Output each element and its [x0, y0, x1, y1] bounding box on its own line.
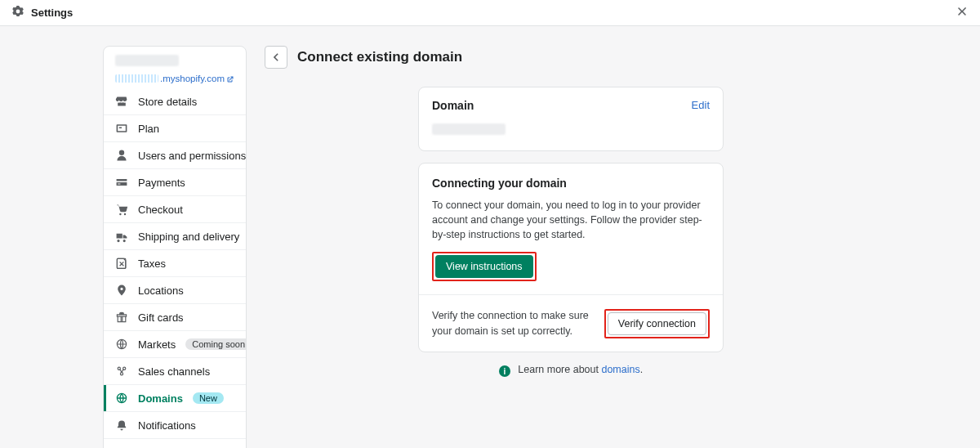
sidebar-item-gift-cards[interactable]: Gift cards [104, 303, 246, 330]
sidebar-item-domains[interactable]: DomainsNew [104, 384, 246, 411]
notifications-icon [115, 419, 128, 432]
sidebar-item-label: Gift cards [138, 311, 184, 324]
sidebar-item-checkout[interactable]: Checkout [104, 195, 246, 222]
users-icon [115, 149, 128, 162]
sidebar-item-label: Locations [138, 284, 184, 297]
sidebar-item-label: Notifications [138, 419, 196, 432]
external-link-icon [226, 74, 234, 83]
sidebar-item-store-details[interactable]: Store details [104, 88, 246, 114]
settings-sidebar: .myshopify.com Store detailsPlanUsers an… [103, 46, 247, 448]
domain-value-redacted [432, 123, 506, 135]
connecting-body: To connect your domain, you need to log … [432, 198, 710, 242]
sidebar-item-label: Users and permissions [138, 150, 246, 162]
domains-icon [115, 392, 128, 405]
learn-prefix: Learn more about [518, 364, 601, 375]
connecting-card: Connecting your domain To connect your d… [418, 163, 724, 352]
back-button[interactable] [265, 46, 287, 69]
store-name-redacted [115, 55, 179, 66]
sidebar-item-label: Store details [138, 96, 197, 108]
sidebar-item-label: Shipping and delivery [138, 231, 239, 243]
connecting-title: Connecting your domain [432, 177, 710, 190]
sidebar-item-label: Domains [138, 392, 183, 405]
domain-card: Domain Edit [418, 87, 724, 151]
domain-card-title: Domain [432, 99, 474, 112]
sidebar-store-header: .myshopify.com [104, 47, 246, 88]
info-icon: i [499, 365, 510, 377]
learn-suffix: . [640, 364, 643, 375]
gear-icon [11, 5, 24, 20]
sidebar-item-users[interactable]: Users and permissions [104, 141, 246, 168]
content: Connect existing domain Domain Edit [265, 46, 877, 377]
learn-domains-link[interactable]: domains [601, 364, 639, 375]
sidebar-item-locations[interactable]: Locations [104, 276, 246, 303]
highlight-view-instructions: View instructions [432, 252, 537, 281]
sidebar-item-label: Payments [138, 177, 185, 189]
verify-connection-button[interactable]: Verify connection [608, 312, 706, 335]
close-icon[interactable] [956, 5, 969, 20]
sidebar-item-metafields[interactable]: Metafields [104, 438, 246, 448]
store-url-suffix: .myshopify.com [160, 74, 225, 83]
store-subdomain-redacted [115, 74, 158, 83]
topbar: Settings [0, 0, 980, 26]
learn-more-row: i Learn more about domains. [418, 364, 724, 378]
sidebar-item-label: Sales channels [138, 365, 210, 378]
view-instructions-button[interactable]: View instructions [435, 255, 533, 278]
gift-cards-icon [115, 311, 128, 324]
sidebar-badge-markets: Coming soon [185, 338, 247, 350]
edit-domain-link[interactable]: Edit [692, 99, 710, 111]
sidebar-item-label: Plan [138, 123, 159, 135]
locations-icon [115, 284, 128, 297]
plan-icon [115, 122, 128, 135]
sidebar-item-label: Taxes [138, 258, 166, 270]
sidebar-item-markets[interactable]: MarketsComing soon [104, 330, 246, 357]
sidebar-item-label: Checkout [138, 204, 183, 216]
sidebar-item-taxes[interactable]: Taxes [104, 249, 246, 276]
sidebar-item-payments[interactable]: Payments [104, 168, 246, 195]
store-details-icon [115, 95, 128, 108]
sidebar-item-shipping[interactable]: Shipping and delivery [104, 222, 246, 249]
payments-icon [115, 176, 128, 189]
markets-icon [115, 338, 128, 351]
shipping-icon [115, 230, 128, 243]
sidebar-item-label: Markets [138, 338, 176, 351]
sidebar-item-plan[interactable]: Plan [104, 114, 246, 141]
checkout-icon [115, 203, 128, 216]
sales-channels-icon [115, 365, 128, 378]
verify-body: Verify the connection to make sure your … [432, 308, 593, 338]
canvas: .myshopify.com Store detailsPlanUsers an… [0, 26, 980, 448]
highlight-verify-connection: Verify connection [604, 309, 710, 338]
page-title: Connect existing domain [297, 49, 462, 65]
sidebar-item-notifications[interactable]: Notifications [104, 411, 246, 438]
sidebar-badge-domains: New [193, 392, 224, 404]
taxes-icon [115, 257, 128, 270]
topbar-title: Settings [31, 7, 73, 19]
store-url-link[interactable]: .myshopify.com [160, 74, 225, 83]
sidebar-item-sales-channels[interactable]: Sales channels [104, 357, 246, 384]
